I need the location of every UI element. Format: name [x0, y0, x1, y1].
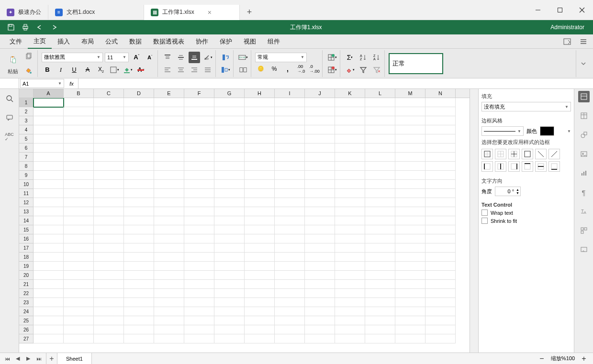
cell-F23[interactable] — [184, 298, 214, 307]
cell-A27[interactable] — [34, 334, 64, 343]
border-inner-button[interactable] — [508, 149, 520, 159]
cell-B2[interactable] — [64, 107, 94, 116]
cell-H1[interactable] — [245, 98, 275, 107]
cell-B21[interactable] — [64, 280, 94, 289]
row-header-15[interactable]: 15 — [19, 225, 34, 234]
cell-J10[interactable] — [305, 180, 335, 189]
select-all-corner[interactable] — [19, 89, 34, 98]
cell-L12[interactable] — [365, 198, 395, 207]
cell-B22[interactable] — [64, 289, 94, 298]
strikethrough-button[interactable]: A — [82, 64, 93, 76]
cell-G18[interactable] — [214, 253, 245, 262]
row-header-3[interactable]: 3 — [19, 116, 34, 125]
column-header-B[interactable]: B — [64, 89, 94, 98]
cell-L16[interactable] — [365, 234, 395, 243]
cell-F20[interactable] — [184, 271, 214, 280]
cell-M2[interactable] — [395, 107, 425, 116]
underline-button[interactable]: U — [68, 64, 80, 76]
column-header-F[interactable]: F — [184, 89, 214, 98]
percent-button[interactable]: % — [269, 63, 280, 75]
cell-D8[interactable] — [124, 162, 154, 171]
cell-M17[interactable] — [395, 243, 425, 253]
cell-D27[interactable] — [124, 334, 154, 343]
cell-D2[interactable] — [124, 107, 154, 116]
cell-C23[interactable] — [94, 298, 124, 307]
cell-E19[interactable] — [154, 262, 184, 271]
align-bottom-button[interactable] — [189, 52, 200, 63]
cell-N16[interactable] — [425, 234, 456, 243]
cell-C13[interactable] — [94, 207, 124, 216]
row-header-2[interactable]: 2 — [19, 107, 34, 116]
cell-G27[interactable] — [214, 334, 245, 343]
cell-B9[interactable] — [64, 171, 94, 180]
decrease-font-button[interactable]: Aˇ — [144, 52, 156, 63]
cell-J17[interactable] — [305, 243, 335, 253]
cell-A5[interactable] — [34, 134, 64, 143]
clear-filter-button[interactable] — [371, 64, 382, 76]
align-right-button[interactable] — [189, 64, 200, 76]
cell-I26[interactable] — [275, 325, 305, 334]
row-header-4[interactable]: 4 — [19, 125, 34, 134]
cell-B23[interactable] — [64, 298, 94, 307]
column-header-K[interactable]: K — [335, 89, 365, 98]
menu-主页[interactable]: 主页 — [28, 34, 52, 49]
cell-A13[interactable] — [34, 207, 64, 216]
cell-J8[interactable] — [305, 162, 335, 171]
cell-G2[interactable] — [214, 107, 245, 116]
shrink-fit-button[interactable]: ▾ — [220, 64, 231, 76]
row-header-19[interactable]: 19 — [19, 262, 34, 271]
app-tab[interactable]: ✦ 极速办公 — [0, 5, 48, 20]
cell-C15[interactable] — [94, 225, 124, 234]
menu-公式[interactable]: 公式 — [100, 34, 123, 49]
cell-M15[interactable] — [395, 225, 425, 234]
cell-E12[interactable] — [154, 198, 184, 207]
row-header-16[interactable]: 16 — [19, 234, 34, 243]
cell-J6[interactable] — [305, 143, 335, 153]
cell-H16[interactable] — [245, 234, 275, 243]
cell-F14[interactable] — [184, 216, 214, 225]
add-tab-button[interactable]: + — [240, 5, 259, 20]
cell-H8[interactable] — [245, 162, 275, 171]
row-header-18[interactable]: 18 — [19, 253, 34, 262]
cell-A25[interactable] — [34, 316, 64, 325]
cell-N22[interactable] — [425, 289, 456, 298]
vertical-scrollbar[interactable] — [470, 89, 478, 353]
cell-G14[interactable] — [214, 216, 245, 225]
cell-H18[interactable] — [245, 253, 275, 262]
cell-J2[interactable] — [305, 107, 335, 116]
cell-I4[interactable] — [275, 125, 305, 134]
cell-L20[interactable] — [365, 271, 395, 280]
cell-M20[interactable] — [395, 271, 425, 280]
cell-B14[interactable] — [64, 216, 94, 225]
cell-N13[interactable] — [425, 207, 456, 216]
cell-A10[interactable] — [34, 180, 64, 189]
cell-N17[interactable] — [425, 243, 456, 253]
increase-decimal-button[interactable]: .00→.0 — [295, 63, 307, 75]
cell-F17[interactable] — [184, 243, 214, 253]
cell-A7[interactable] — [34, 153, 64, 162]
menu-布局[interactable]: 布局 — [76, 34, 100, 49]
cell-J14[interactable] — [305, 216, 335, 225]
cell-N14[interactable] — [425, 216, 456, 225]
italic-button[interactable]: I — [55, 64, 67, 76]
cell-M6[interactable] — [395, 143, 425, 153]
user-name[interactable]: Administrator — [550, 24, 589, 31]
shrink-fit-checkbox[interactable] — [481, 218, 488, 224]
border-all-button[interactable] — [495, 149, 506, 159]
cell-H23[interactable] — [245, 298, 275, 307]
cell-L2[interactable] — [365, 107, 395, 116]
cell-L19[interactable] — [365, 262, 395, 271]
cell-E11[interactable] — [154, 189, 184, 198]
cell-E17[interactable] — [154, 243, 184, 253]
cell-K13[interactable] — [335, 207, 365, 216]
cell-E16[interactable] — [154, 234, 184, 243]
cell-F27[interactable] — [184, 334, 214, 343]
cell-E22[interactable] — [154, 289, 184, 298]
cell-F6[interactable] — [184, 143, 214, 153]
cell-D14[interactable] — [124, 216, 154, 225]
cell-M12[interactable] — [395, 198, 425, 207]
cell-G15[interactable] — [214, 225, 245, 234]
cell-I12[interactable] — [275, 198, 305, 207]
spellcheck-icon[interactable]: ABC✓ — [4, 131, 15, 143]
ribbon-expand-button[interactable] — [576, 50, 590, 77]
